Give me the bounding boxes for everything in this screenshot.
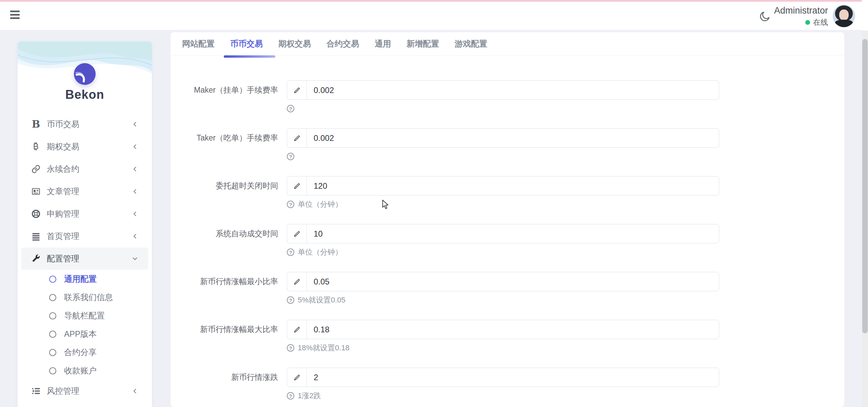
field-label: 新币行情涨幅最小比率: [171, 272, 278, 291]
pencil-icon: [287, 320, 307, 339]
sidebar-subitem-payment-account[interactable]: 收款账户: [18, 362, 152, 380]
scrollbar-track[interactable]: [862, 31, 868, 407]
tab-general[interactable]: 通用: [375, 38, 391, 49]
avatar-face: [839, 10, 849, 20]
radio-circle-icon: [49, 349, 56, 356]
chevron-left-icon: [132, 188, 138, 195]
rise-fall-input-group: [287, 368, 719, 387]
min-rise-ratio-input-group: [287, 272, 719, 291]
taker-fee-input-group: [287, 128, 719, 148]
moon-icon[interactable]: [759, 10, 771, 22]
question-circle-icon[interactable]: ?: [287, 105, 294, 112]
scrollbar-thumb[interactable]: [862, 39, 868, 333]
config-form: Maker（挂单）手续费率 ? Taker（吃单）手续费率: [171, 56, 844, 400]
max-rise-ratio-input[interactable]: [307, 320, 719, 339]
form-row-taker-fee: Taker（吃单）手续费率 ?: [171, 128, 844, 161]
avatar-body: [835, 20, 853, 27]
field-label: 系统自动成交时间: [171, 224, 278, 243]
auto-deal-time-input[interactable]: [307, 224, 719, 243]
risk-control-icon: [31, 386, 41, 396]
pencil-icon: [287, 224, 307, 243]
field-hint: 5%就设置0.05: [298, 295, 346, 305]
chevron-left-icon: [132, 166, 138, 172]
wrench-icon: [31, 253, 41, 264]
tab-contract-trade[interactable]: 合约交易: [327, 38, 359, 49]
scrollbar-corner: [862, 0, 868, 31]
online-dot-icon: [805, 20, 810, 25]
sidebar-subitem-contract-share[interactable]: 合约分享: [18, 343, 152, 362]
form-row-min-rise-ratio: 新币行情涨幅最小比率 ? 5%就设置0.05: [171, 272, 844, 304]
tab-game-config[interactable]: 游戏配置: [455, 38, 487, 49]
maker-fee-input[interactable]: [307, 81, 719, 99]
chevron-left-icon: [132, 143, 138, 150]
pencil-icon: [287, 177, 307, 195]
lifebuoy-icon: [31, 208, 41, 219]
sidebar-item-home-manage[interactable]: 首页管理: [21, 225, 148, 247]
sidebar-subitem-navbar-config[interactable]: 导航栏配置: [18, 307, 152, 325]
config-tabbar: 网站配置 币币交易 期权交易 合约交易 通用 新增配置 游戏配置: [171, 32, 844, 56]
sidebar-item-article-manage[interactable]: 文章管理: [21, 180, 148, 203]
sidebar-item-subscription-manage[interactable]: 申购管理: [21, 203, 148, 225]
topbar: Administrator 在线: [0, 0, 868, 30]
chevron-left-icon: [132, 121, 138, 128]
sidebar-item-config-manage[interactable]: 配置管理: [21, 247, 148, 270]
brand-name: Bekon: [18, 88, 152, 102]
user-name: Administrator: [774, 5, 828, 16]
form-row-rise-fall: 新币行情涨跌 ? 1涨2跌: [171, 368, 844, 400]
radio-circle-icon: [49, 331, 56, 338]
chevron-left-icon: [132, 233, 138, 240]
sidebar-subitem-app-version[interactable]: APP版本: [18, 325, 152, 343]
tab-option-trade[interactable]: 期权交易: [278, 38, 311, 49]
question-circle-icon[interactable]: ?: [287, 296, 294, 304]
question-circle-icon[interactable]: ?: [287, 201, 294, 208]
sidebar-subitem-contact-info[interactable]: 联系我们信息: [18, 288, 152, 307]
tab-coin-trade[interactable]: 币币交易: [230, 38, 263, 49]
radio-circle-icon: [49, 367, 56, 374]
form-row-order-timeout: 委托超时关闭时间 ? 单位（分钟）: [171, 176, 844, 208]
chevron-left-icon: [132, 210, 138, 217]
taker-fee-input[interactable]: [307, 129, 719, 147]
letter-b-icon: B: [31, 119, 41, 130]
sidebar-item-perpetual-contract[interactable]: 永续合约: [21, 158, 148, 180]
order-timeout-input[interactable]: [307, 177, 719, 195]
hamburger-icon[interactable]: [10, 9, 21, 20]
bekon-swirl-globe-icon: [74, 63, 96, 85]
content-card: 网站配置 币币交易 期权交易 合约交易 通用 新增配置 游戏配置 Maker（挂…: [171, 32, 844, 407]
user-menu[interactable]: Administrator 在线: [774, 5, 828, 27]
field-label: 新币行情涨跌: [171, 368, 278, 387]
question-circle-icon[interactable]: ?: [287, 392, 294, 400]
newspaper-icon: [31, 186, 41, 197]
tab-new-config[interactable]: 新增配置: [407, 38, 439, 49]
admin-page: Administrator 在线: [0, 0, 868, 407]
pencil-icon: [287, 81, 307, 99]
min-rise-ratio-input[interactable]: [307, 272, 719, 291]
pencil-icon: [287, 368, 307, 387]
field-label: 新币行情涨幅最大比率: [171, 320, 278, 339]
pencil-icon: [287, 272, 307, 291]
tab-website-config[interactable]: 网站配置: [182, 38, 215, 49]
list-icon: [31, 231, 41, 242]
sidebar-item-coin-trade[interactable]: B 币币交易: [21, 113, 148, 135]
form-row-max-rise-ratio: 新币行情涨幅最大比率 ? 18%就设置0.18: [171, 320, 844, 352]
field-label: 委托超时关闭时间: [171, 176, 278, 196]
field-hint: 单位（分钟）: [298, 199, 342, 209]
auto-deal-time-input-group: [287, 224, 719, 243]
radio-circle-icon: [49, 294, 56, 301]
form-row-auto-deal-time: 系统自动成交时间 ? 单位（分钟）: [171, 224, 844, 256]
max-rise-ratio-input-group: [287, 320, 719, 339]
pencil-icon: [287, 129, 307, 147]
sidebar-menu: B 币币交易 期权交易: [18, 113, 152, 402]
field-label: Maker（挂单）手续费率: [171, 80, 278, 100]
sidebar-item-option-trade[interactable]: 期权交易: [21, 135, 148, 158]
sidebar-subitem-general-config[interactable]: 通用配置: [18, 270, 152, 288]
question-circle-icon[interactable]: ?: [287, 344, 294, 352]
sidebar-item-risk-control[interactable]: 风控管理: [21, 380, 148, 402]
rise-fall-input[interactable]: [307, 368, 719, 387]
radio-circle-icon: [49, 312, 56, 319]
question-circle-icon[interactable]: ?: [287, 248, 294, 256]
chevron-left-icon: [132, 388, 138, 394]
question-circle-icon[interactable]: ?: [287, 153, 294, 160]
chain-link-icon: [31, 164, 41, 174]
user-avatar[interactable]: [833, 5, 855, 27]
sidebar: Bekon B 币币交易 期权交易: [18, 41, 152, 407]
